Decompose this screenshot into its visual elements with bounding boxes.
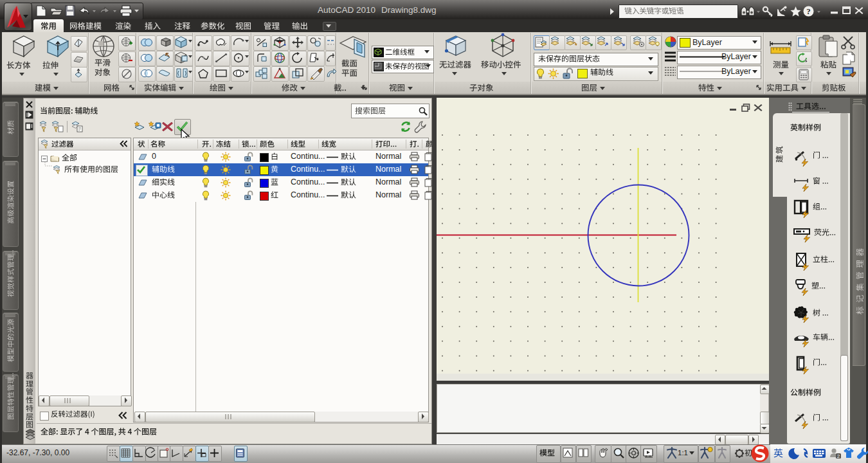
svg-text:2: 2	[837, 453, 840, 459]
svg-text:?: ?	[806, 6, 811, 16]
